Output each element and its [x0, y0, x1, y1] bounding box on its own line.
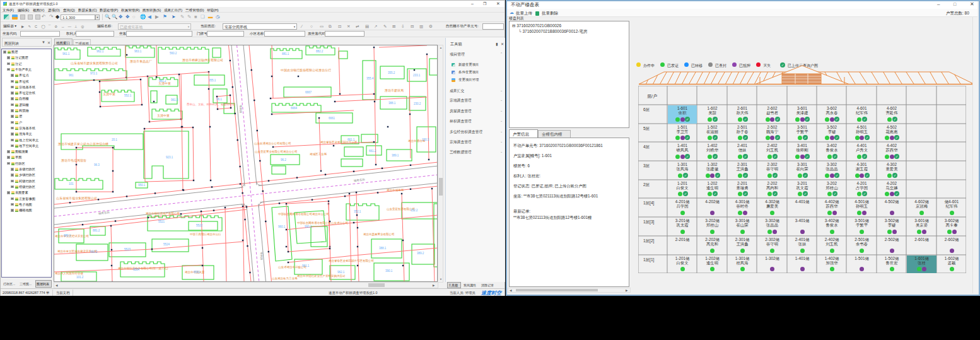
svg-text:玉清中里: 玉清中里 — [157, 114, 170, 118]
svg-text:388.1: 388.1 — [388, 102, 396, 105]
svg-text:972.1: 972.1 — [90, 72, 98, 75]
svg-text:352.1: 352.1 — [354, 210, 361, 213]
svg-text:中国联合网络通信有限公司山东省分公司: 中国联合网络通信有限公司山东省分公司 — [297, 221, 348, 225]
svg-text:6664: 6664 — [291, 107, 298, 110]
svg-text:950.1: 950.1 — [138, 184, 146, 187]
svg-text:962.1: 962.1 — [337, 271, 345, 274]
svg-text:中国联合网络通信有限公司潍坊市分公司: 中国联合网络通信有限公司潍坊市分公司 — [278, 212, 329, 216]
svg-text:660.2: 660.2 — [90, 250, 98, 254]
svg-text:潍城区工业局: 潍城区工业局 — [310, 152, 327, 156]
svg-text:玉清中里: 玉清中里 — [103, 92, 115, 97]
svg-text:6667: 6667 — [305, 91, 312, 94]
svg-text:96.2: 96.2 — [281, 158, 286, 161]
svg-text:西市山、文联、科协机关、检察院宿舍: 西市山、文联、科协机关、检察院宿舍 — [187, 102, 235, 106]
svg-text:990.1: 990.1 — [305, 225, 312, 228]
svg-text:潍坊市棉麻运输供应有限公司: 潍坊市棉麻运输供应有限公司 — [182, 58, 223, 62]
svg-text:881.1: 881.1 — [282, 52, 289, 56]
svg-text:潍州路: 潍州路 — [239, 105, 242, 114]
svg-text:20.1: 20.1 — [112, 138, 117, 141]
svg-text:388.1: 388.1 — [379, 247, 387, 250]
svg-text:山东省城市建设集团有限责任公司: 山东省城市建设集团有限责任公司 — [71, 61, 118, 66]
svg-text:潍坊市惠丰置业有限公司: 潍坊市惠丰置业有限公司 — [363, 233, 395, 237]
svg-text:潍坊警备区金都花园住宅区有限公司: 潍坊警备区金都花园住宅区有限公司 — [329, 259, 374, 263]
svg-text:923.1: 923.1 — [166, 156, 173, 159]
svg-text:潍坊市建设局: 潍坊市建设局 — [384, 88, 404, 93]
svg-text:230.3: 230.3 — [422, 138, 429, 141]
svg-text:福寿东街: 福寿东街 — [354, 178, 366, 183]
svg-text:661.1: 661.1 — [347, 138, 355, 141]
svg-text:5524: 5524 — [163, 243, 170, 246]
svg-text:潍州路: 潍州路 — [260, 252, 263, 261]
svg-text:潍坊市顺恒房地产有限公司(第二期工程): 潍坊市顺恒房地产有限公司(第二期工程) — [118, 266, 168, 271]
svg-text:6661: 6661 — [329, 117, 335, 120]
svg-text:山东省城市报业集团有限公司: 山东省城市报业集团有限公司 — [56, 196, 97, 201]
svg-text:355.4: 355.4 — [366, 77, 374, 80]
svg-text:福寿东街: 福寿东街 — [98, 211, 110, 216]
svg-text:661.2: 661.2 — [369, 149, 376, 153]
svg-text:230.2: 230.2 — [414, 102, 421, 105]
svg-text:6561: 6561 — [194, 271, 201, 274]
svg-text:355.1: 355.1 — [209, 79, 216, 82]
svg-text:潍坊市城建局: 潍坊市城建局 — [387, 189, 404, 192]
svg-text:962.1: 962.1 — [96, 50, 104, 53]
svg-text:潍坊市电信局宿舍: 潍坊市电信局宿舍 — [61, 158, 86, 163]
svg-text:潍坊市人民医院宿舍楼: 潍坊市人民医院宿舍楼 — [55, 271, 84, 276]
svg-text:960.1: 960.1 — [278, 225, 286, 228]
svg-text:5523: 5523 — [124, 248, 131, 251]
svg-text:山东潍坊电力工业局: 山东潍坊电力工业局 — [272, 276, 298, 281]
svg-text:101.2: 101.2 — [76, 276, 84, 279]
svg-text:潍坊市城建开发公司办公居住综合楼: 潍坊市城建开发公司办公居住综合楼 — [57, 142, 108, 146]
svg-text:389.2: 389.2 — [417, 252, 424, 255]
svg-text:390.1: 390.1 — [385, 269, 393, 273]
svg-text:山东联通潍坊分公司有限公司: 山东联通潍坊分公司有限公司 — [254, 141, 291, 146]
svg-text:101: 101 — [69, 182, 74, 185]
svg-text:560.2: 560.2 — [170, 52, 177, 55]
svg-text:潍坊市食品总厂: 潍坊市食品总厂 — [129, 59, 152, 64]
svg-text:潍坊市供销社农业生产资料采购供应站: 潍坊市供销社农业生产资料采购供应站 — [297, 274, 346, 278]
svg-text:6504: 6504 — [133, 268, 140, 271]
svg-text:961: 961 — [69, 74, 74, 77]
svg-text:963.1: 963.1 — [134, 50, 142, 53]
svg-text:潍坊市顺恒房地产有限公司: 潍坊市顺恒房地产有限公司 — [146, 212, 180, 216]
svg-text:233.1: 233.1 — [413, 74, 421, 77]
svg-text:山东亚星置业有限公司潍坊分公司: 山东亚星置业有限公司潍坊分公司 — [255, 149, 298, 154]
svg-text:882.2: 882.2 — [316, 50, 324, 53]
svg-text:96.3: 96.3 — [94, 163, 100, 167]
svg-text:880.1: 880.1 — [64, 234, 71, 237]
svg-text:潍坊市奎文区经济开发公司: 潍坊市奎文区经济开发公司 — [55, 234, 89, 238]
svg-text:5521: 5521 — [158, 220, 165, 223]
svg-text:389.1: 389.1 — [392, 154, 399, 157]
svg-text:961.2: 961.2 — [159, 79, 166, 83]
svg-text:355.2: 355.2 — [388, 71, 395, 74]
svg-text:5522: 5522 — [196, 224, 203, 227]
svg-text:881.2: 881.2 — [93, 229, 100, 232]
svg-text:552.1: 552.1 — [124, 94, 132, 97]
svg-text:中国农业银行股份有限公司潍坊分行: 中国农业银行股份有限公司潍坊分行 — [281, 68, 331, 73]
svg-text:中国工商银行潍坊市分行: 中国工商银行潍坊市分行 — [190, 232, 221, 237]
svg-text:961.3: 961.3 — [171, 98, 178, 102]
svg-text:352.2: 352.2 — [411, 209, 418, 212]
svg-text:96.1: 96.1 — [216, 98, 222, 101]
svg-text:961.1: 961.1 — [62, 52, 70, 56]
svg-text:961.1: 961.1 — [302, 264, 310, 267]
